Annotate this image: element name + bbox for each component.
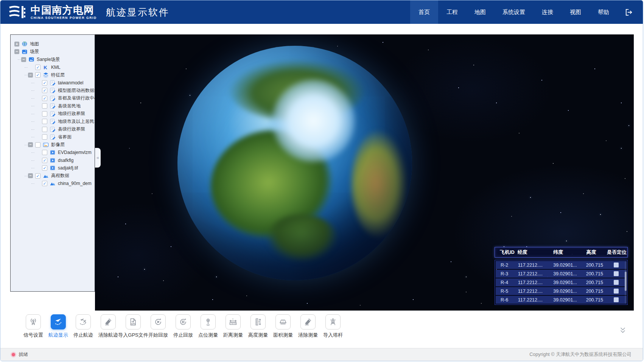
layer-checkbox[interactable]: ✓ <box>35 72 40 78</box>
logout-button[interactable] <box>618 0 643 24</box>
table-cell: R-6 <box>496 297 518 303</box>
tree-item-14[interactable]: −影像层 <box>11 141 95 149</box>
tree-item-7[interactable]: ✓模型图层动画数据继 <box>11 87 95 95</box>
collapse-icon[interactable]: − <box>21 57 26 62</box>
tool-signal[interactable]: 信号设置 <box>21 314 46 339</box>
clear-measure-icon <box>300 314 316 329</box>
collapse-icon[interactable]: − <box>28 173 33 178</box>
tree-item-12[interactable]: 县级行政界限 <box>11 126 95 134</box>
svg-text:?: ? <box>282 320 284 323</box>
nav-item-5[interactable]: 连接 <box>534 0 562 24</box>
locate-checkbox[interactable] <box>614 280 619 285</box>
locate-checkbox[interactable] <box>614 297 619 302</box>
tree-item-8[interactable]: ✓首都及省级行政中心 <box>11 95 95 103</box>
locate-checkbox[interactable] <box>614 289 619 294</box>
tool-height-measure[interactable]: ?高度测量 <box>246 314 271 339</box>
map-canvas[interactable]: 飞机ID经度纬度高度是否定位 R-2117.2212....39.02901..… <box>95 34 634 311</box>
expand-icon[interactable]: + <box>14 42 19 47</box>
tool-track-display[interactable]: 航迹显示 <box>46 314 71 339</box>
tree-item-19[interactable]: ✓china_90m_dem <box>11 180 95 188</box>
table-row[interactable]: R-5117.2212....39.02901...200.715 <box>496 287 627 295</box>
layer-checkbox[interactable]: ✓ <box>42 181 47 186</box>
tool-start-playback[interactable]: 开始回放 <box>146 314 171 339</box>
layer-checkbox[interactable] <box>42 111 47 117</box>
feature-icon <box>50 95 56 101</box>
flight-data-table: 飞机ID经度纬度高度是否定位 R-2117.2212....39.02901..… <box>495 247 628 305</box>
nav-item-7[interactable]: 帮助 <box>590 0 618 24</box>
tool-point-measure[interactable]: 点位测量 <box>196 314 221 339</box>
tree-item-label: 影像层 <box>51 141 65 148</box>
tool-label: 清除测量 <box>298 332 318 339</box>
area-measure-icon: ? <box>275 314 291 329</box>
collapse-icon[interactable]: − <box>14 49 19 54</box>
table-scrollbar[interactable] <box>625 261 627 303</box>
tool-stop-playback[interactable]: 停止回放 <box>171 314 196 339</box>
layer-tree-panel: +地图−场景−Sanple场景✓KKML−✓特征层✓taiwanmodel✓模型… <box>10 34 95 292</box>
tree-item-label: dsafkflg <box>58 158 73 163</box>
collapse-icon[interactable]: − <box>28 73 33 78</box>
toolbar-collapse-button[interactable] <box>619 327 626 335</box>
layer-checkbox[interactable] <box>35 142 40 148</box>
layer-checkbox[interactable] <box>42 103 47 109</box>
table-row[interactable]: R-2117.2212....39.02901...200.715 <box>496 261 627 269</box>
brand: 中国南方电网 CHINA SOUTHERN POWER GRID 航迹显示软件 <box>0 0 170 24</box>
table-row[interactable]: R-6117.2212....39.02901...200.715 <box>496 296 627 304</box>
tool-clear-measure[interactable]: 清除测量 <box>296 314 320 339</box>
collapse-icon[interactable]: − <box>28 142 33 147</box>
tool-import-gps[interactable]: GPS导入GPS文件 <box>121 314 146 339</box>
tool-clear-track[interactable]: 清除航迹 <box>96 314 121 339</box>
tree-item-9[interactable]: 县级居民地 <box>11 102 95 110</box>
layer-checkbox[interactable] <box>42 127 47 132</box>
layer-checkbox[interactable] <box>42 150 47 155</box>
scrollbar-thumb[interactable] <box>625 272 627 291</box>
table-row[interactable]: R-4117.2212....39.02901...200.715 <box>496 278 627 286</box>
nav-item-2[interactable]: 工程 <box>438 0 466 24</box>
layer-checkbox[interactable]: ✓ <box>35 173 40 179</box>
table-cell: 117.2212.... <box>518 271 553 277</box>
tree-item-label: 特征层 <box>51 72 65 78</box>
raster-icon <box>50 165 56 171</box>
layer-checkbox[interactable]: ✓ <box>42 158 47 163</box>
layer-checkbox[interactable] <box>42 119 47 124</box>
tree-item-1[interactable]: +地图 <box>11 40 95 48</box>
tool-stop-track[interactable]: 停止航迹 <box>71 314 96 339</box>
table-row[interactable]: R-3117.2212....39.02901...200.715 <box>496 270 627 278</box>
feature-icon <box>50 111 56 117</box>
sidebar-collapse-handle[interactable]: « <box>95 148 101 168</box>
import-tower-icon <box>325 314 341 329</box>
tree-item-17[interactable]: ✓sadjakfj.tif <box>11 164 95 172</box>
status-indicator: 就绪 <box>12 351 28 358</box>
tool-label: 点位测量 <box>198 332 218 339</box>
nav-item-4[interactable]: 系统设置 <box>494 0 534 24</box>
tree-item-15[interactable]: EVDadajemvlzm <box>11 149 95 157</box>
kml-icon: K <box>43 64 49 70</box>
layer-checkbox[interactable]: ✓ <box>42 88 47 93</box>
layer-checkbox[interactable]: ✓ <box>35 65 40 70</box>
layer-checkbox[interactable]: ✓ <box>42 165 47 171</box>
layer-checkbox[interactable] <box>42 134 47 140</box>
tree-item-5[interactable]: −✓特征层 <box>11 71 95 79</box>
tree-item-2[interactable]: −场景 <box>11 48 95 56</box>
tool-distance-measure[interactable]: ?距离测量 <box>221 314 246 339</box>
feature-icon <box>50 134 56 140</box>
nav-item-3[interactable]: 地图 <box>466 0 494 24</box>
tree-item-18[interactable]: −✓高程数据 <box>11 172 95 180</box>
svg-text:?: ? <box>258 321 260 323</box>
nav-item-6[interactable]: 视图 <box>562 0 590 24</box>
tree-item-16[interactable]: ✓dsafkflg <box>11 157 95 165</box>
tree-item-4[interactable]: ✓KKML <box>11 64 95 71</box>
layer-checkbox[interactable]: ✓ <box>42 96 47 101</box>
table-cell: R-4 <box>496 280 518 285</box>
tree-item-3[interactable]: −Sanple场景 <box>11 56 95 64</box>
tree-item-6[interactable]: ✓taiwanmodel <box>11 79 95 87</box>
table-cell: R-3 <box>496 271 518 277</box>
tree-item-13[interactable]: 省界面 <box>11 133 95 141</box>
layer-checkbox[interactable]: ✓ <box>42 80 47 85</box>
tree-item-10[interactable]: 地级行政界限 <box>11 110 95 118</box>
tool-import-tower[interactable]: 导入塔杆 <box>320 314 345 339</box>
tree-item-11[interactable]: 地级市及以上居民地 <box>11 118 95 126</box>
tool-area-measure[interactable]: ?面积测量 <box>271 314 296 339</box>
nav-item-1[interactable]: 首页 <box>410 0 438 24</box>
locate-checkbox[interactable] <box>614 271 619 276</box>
locate-checkbox[interactable] <box>614 263 619 267</box>
